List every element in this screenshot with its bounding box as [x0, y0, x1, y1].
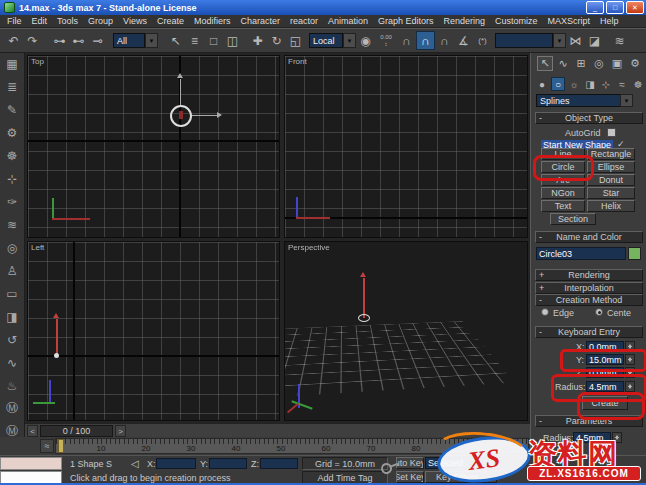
use-pivot-center-icon[interactable]: ◉	[356, 31, 375, 50]
arc-button[interactable]: Arc	[541, 174, 585, 186]
gear-icon[interactable]: ☸	[2, 148, 22, 163]
kbd-z-spinner[interactable]	[625, 367, 635, 378]
display-panel-icon[interactable]: ▦	[2, 56, 22, 71]
menu-maxscript[interactable]: MAXScript	[543, 16, 596, 26]
rollout-creation-method[interactable]: - Creation Method	[535, 294, 643, 306]
rollout-interpolation[interactable]: + Interpolation	[535, 282, 643, 294]
select-object-icon[interactable]: ↖	[166, 31, 185, 50]
ngon-button[interactable]: NGon	[541, 187, 585, 199]
rectangle-button[interactable]: Rectangle	[587, 148, 635, 160]
curve-editor-icon[interactable]: ≋	[610, 31, 629, 50]
snap-spinner[interactable]: 0.00 ↕	[375, 32, 397, 50]
named-sets-dropdown[interactable]	[495, 33, 553, 48]
category-systems[interactable]: ☸	[631, 77, 645, 91]
select-link-icon[interactable]: ⊶	[50, 31, 69, 50]
ellipse-button[interactable]: Ellipse	[587, 161, 635, 173]
snap-3d-icon[interactable]: ∩	[416, 31, 435, 50]
percent-snap-icon[interactable]: ∡	[454, 31, 473, 50]
auto-key-button[interactable]: uto Key	[396, 457, 424, 469]
menu-help[interactable]: Help	[595, 16, 624, 26]
pen-icon[interactable]: ✎	[2, 102, 22, 117]
align-icon[interactable]: ◪	[585, 31, 604, 50]
category-spacewarps[interactable]: ≈	[615, 77, 629, 91]
donut-button[interactable]: Donut	[587, 174, 635, 186]
kbd-x-spinner[interactable]	[625, 341, 635, 352]
figure-icon[interactable]: ♙	[2, 263, 22, 278]
mirror-icon[interactable]: ⋈	[566, 31, 585, 50]
kbd-radius-field[interactable]: 4.5mm	[586, 381, 624, 392]
set-key-button[interactable]: Set Key	[396, 471, 424, 483]
category-geometry[interactable]: ●	[535, 77, 549, 91]
viewport-front-label[interactable]: Front	[288, 57, 307, 66]
category-cameras[interactable]: ◨	[583, 77, 597, 91]
menu-customize[interactable]: Customize	[490, 16, 543, 26]
coord-system-dropdown[interactable]: Local	[309, 33, 343, 48]
rollout-keyboard-entry[interactable]: - Keyboard Entry	[535, 326, 643, 338]
autogrid-checkbox[interactable]	[607, 128, 616, 137]
named-sets-arrow-icon[interactable]: ▼	[553, 33, 566, 48]
menu-tools[interactable]: Tools	[52, 16, 83, 26]
menu-group[interactable]: Group	[83, 16, 118, 26]
line-button[interactable]: Line	[541, 148, 585, 160]
track-bar-frame-marker[interactable]	[58, 439, 64, 453]
viewport-top-label[interactable]: Top	[31, 57, 44, 66]
create-button[interactable]: Create	[582, 396, 628, 410]
menu-edit[interactable]: Edit	[27, 16, 53, 26]
text-button[interactable]: Text	[541, 200, 585, 212]
rollout-parameters[interactable]: - Parameters	[535, 415, 643, 427]
maximize-button[interactable]: □	[606, 1, 624, 14]
object-color-swatch[interactable]	[628, 247, 641, 260]
category-lights[interactable]: ☼	[567, 77, 581, 91]
category-helpers[interactable]: ⊹	[599, 77, 613, 91]
bind-spacewarp-icon[interactable]: ⊸	[88, 31, 107, 50]
menu-reactor[interactable]: reactor	[285, 16, 323, 26]
menu-file[interactable]: File	[2, 16, 27, 26]
select-move-icon[interactable]: ✚	[248, 31, 267, 50]
menu-rendering[interactable]: Rendering	[439, 16, 491, 26]
snap-toggle-icon[interactable]: ∩	[397, 31, 416, 50]
tab-create[interactable]: ↖	[537, 56, 553, 71]
section-button[interactable]: Section	[550, 213, 596, 225]
redo-icon[interactable]: ↷	[23, 31, 42, 50]
maxscript-mini-listener-pink[interactable]	[0, 457, 62, 470]
select-scale-icon[interactable]: ◱	[286, 31, 305, 50]
viewport-perspective[interactable]: Perspective	[284, 241, 528, 421]
center-radio[interactable]	[595, 308, 603, 316]
undo-icon[interactable]: ↶	[4, 31, 23, 50]
time-slider-handle[interactable]: 0 / 100	[40, 425, 113, 437]
coord-system-arrow-icon[interactable]: ▼	[343, 33, 356, 48]
object-name-field[interactable]: Circle03	[536, 247, 626, 260]
circle-button[interactable]: Circle	[541, 161, 585, 173]
cylinder-icon[interactable]: ▭	[2, 286, 22, 301]
torus-icon[interactable]: ◎	[2, 240, 22, 255]
rollout-name-color[interactable]: - Name and Color	[535, 231, 643, 243]
kbd-z-field[interactable]: 0.0mm	[586, 367, 624, 378]
kbd-y-field[interactable]: 15.0mm	[586, 354, 624, 365]
mini-curve-editor-button[interactable]: ≈	[40, 439, 54, 453]
rollout-object-type[interactable]: - Object Type	[535, 112, 643, 124]
unlink-icon[interactable]: ⊷	[69, 31, 88, 50]
rollout-rendering[interactable]: + Rendering	[535, 269, 643, 281]
minimize-button[interactable]: _	[586, 1, 604, 14]
menu-views[interactable]: Views	[118, 16, 152, 26]
waves-icon[interactable]: ≋	[2, 217, 22, 232]
kbd-override-icon[interactable]: (*)	[473, 31, 492, 50]
teapot-icon[interactable]: ♨	[2, 378, 22, 393]
prev-frame-button[interactable]: <	[27, 425, 38, 437]
coord-z-field[interactable]	[260, 458, 298, 469]
kbd-radius-spinner[interactable]	[625, 381, 635, 392]
star-button[interactable]: Star	[587, 187, 635, 199]
next-frame-button[interactable]: >	[115, 425, 126, 437]
swirl-icon[interactable]: ↺	[2, 332, 22, 347]
brush-icon[interactable]: ✑	[2, 194, 22, 209]
viewport-left[interactable]: Left	[27, 241, 280, 421]
helix-button[interactable]: Helix	[587, 200, 635, 212]
window-crossing-icon[interactable]: ◫	[223, 31, 242, 50]
region-select-icon[interactable]: □	[204, 31, 223, 50]
wave-icon[interactable]: ∿	[2, 355, 22, 370]
select-by-name-icon[interactable]: ≡	[185, 31, 204, 50]
menu-modifiers[interactable]: Modifiers	[189, 16, 236, 26]
category-shapes[interactable]: ○	[551, 77, 565, 91]
close-button[interactable]: ✕	[626, 1, 644, 14]
tab-modify[interactable]: ∿	[555, 56, 571, 71]
